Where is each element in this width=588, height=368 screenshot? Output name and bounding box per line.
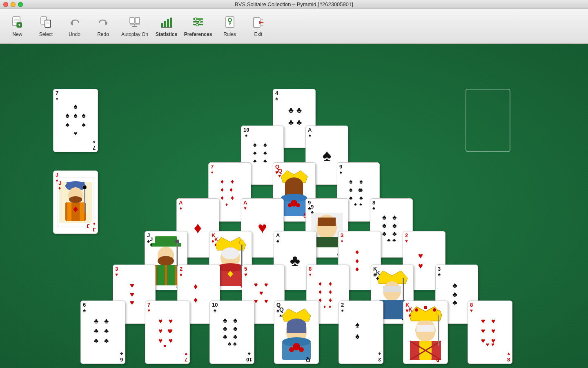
svg-text:♦: ♦ — [323, 304, 326, 308]
svg-text:♣: ♣ — [104, 317, 109, 325]
svg-text:♥: ♥ — [130, 298, 134, 306]
svg-text:♣: ♣ — [296, 105, 302, 114]
pyramid-card-r7-5[interactable]: 2♠ ♠ ♠ 2♠ — [339, 301, 383, 364]
svg-text:♠: ♠ — [263, 149, 267, 156]
svg-text:♥: ♥ — [481, 337, 485, 345]
svg-text:♣: ♣ — [223, 325, 227, 332]
svg-text:♣: ♣ — [94, 337, 98, 345]
svg-text:♦: ♦ — [318, 280, 322, 287]
svg-text:♥: ♥ — [158, 327, 163, 335]
redo-button[interactable]: Redo — [90, 11, 116, 42]
svg-rect-23 — [167, 19, 169, 27]
svg-text:♦: ♦ — [329, 304, 331, 308]
new-button[interactable]: New — [4, 11, 31, 42]
svg-rect-16 — [130, 18, 134, 23]
select-button[interactable]: Select — [33, 11, 59, 42]
svg-point-29 — [194, 18, 197, 20]
exit-icon — [251, 15, 266, 30]
svg-text:♥: ♥ — [130, 281, 134, 289]
svg-rect-22 — [164, 21, 166, 27]
window-controls — [3, 2, 23, 7]
svg-text:♥: ♥ — [254, 281, 258, 288]
autoplay-button[interactable]: Autoplay On — [118, 11, 151, 42]
title-bar: BVS Solitaire Collection – Pyramid [#262… — [0, 0, 588, 9]
svg-text:♦: ♦ — [220, 186, 224, 193]
svg-text:K: K — [435, 358, 439, 362]
svg-point-219 — [424, 306, 427, 309]
svg-text:♠: ♠ — [359, 194, 363, 201]
svg-text:♠: ♠ — [253, 157, 257, 164]
svg-text:♠: ♠ — [349, 178, 353, 185]
svg-point-218 — [415, 308, 418, 312]
pyramid-card-r7-2[interactable]: 7♥ ♥ ♥ ♥ ♥ ♥ ♥ ♥ ♥ 7♥ — [145, 301, 190, 364]
close-button[interactable] — [3, 2, 8, 7]
svg-text:♣: ♣ — [233, 317, 238, 324]
svg-rect-36 — [254, 18, 260, 27]
exit-button[interactable]: Exit — [245, 11, 272, 42]
svg-text:♥: ♥ — [481, 317, 485, 325]
svg-rect-55 — [80, 202, 84, 221]
svg-point-136 — [216, 263, 245, 272]
preferences-label: Preferences — [184, 31, 212, 37]
game-area: 7♠ ♠ ♠ ♠ ♠ ♠ ♠ ♥ 7♠ J♦ — [0, 44, 588, 368]
svg-text:♣: ♣ — [392, 222, 397, 229]
pyramid-card-r7-3[interactable]: 10♣ ♣ ♣ ♣ ♣ ♣ ♣ ♣ ♣ 10♣ — [209, 301, 254, 364]
svg-text:♦: ♦ — [231, 178, 234, 185]
svg-rect-27 — [193, 21, 203, 22]
pyramid-card-r7-7[interactable]: 8♥ ♥ ♥ ♥ ♥ ♥ ♥ ♥ ♥ 8♥ — [468, 301, 512, 364]
svg-rect-169 — [383, 286, 401, 292]
svg-text:♦: ♦ — [225, 202, 228, 206]
svg-text:♣: ♣ — [223, 317, 227, 324]
svg-text:♠: ♠ — [355, 320, 360, 329]
svg-point-88 — [288, 203, 292, 207]
svg-text:♠: ♠ — [359, 201, 362, 206]
svg-text:♣: ♣ — [382, 222, 387, 229]
svg-point-229 — [436, 310, 441, 315]
svg-text:♣: ♣ — [392, 214, 397, 221]
svg-text:♣: ♣ — [382, 230, 387, 237]
discard-slot[interactable] — [466, 89, 510, 152]
pyramid-card-r7-4-queen[interactable]: Q♠ Q — [274, 301, 319, 364]
svg-text:♥: ♥ — [74, 130, 77, 137]
svg-text:♠: ♠ — [263, 141, 267, 148]
svg-text:♦: ♦ — [318, 288, 322, 295]
svg-text:♣: ♣ — [94, 317, 98, 325]
pyramid-card-r7-6-king[interactable]: K♥ — [403, 301, 448, 364]
svg-text:♦: ♦ — [329, 288, 332, 295]
svg-text:♣: ♣ — [223, 333, 227, 340]
maximize-button[interactable] — [18, 2, 23, 7]
svg-rect-124 — [157, 265, 165, 285]
stock-top-card[interactable]: 7♠ ♠ ♠ ♠ ♠ ♠ ♠ ♥ 7♠ — [53, 89, 98, 152]
svg-text:♠: ♠ — [82, 111, 86, 119]
minimize-button[interactable] — [11, 2, 16, 7]
stock-second-card[interactable]: J♦ — [53, 171, 98, 234]
svg-text:♣: ♣ — [452, 298, 457, 306]
autoplay-label: Autoplay On — [121, 31, 148, 37]
svg-text:♠: ♠ — [359, 178, 363, 185]
redo-icon — [96, 15, 111, 30]
svg-text:♦: ♦ — [231, 194, 234, 201]
autoplay-icon — [127, 15, 142, 30]
svg-point-30 — [198, 21, 201, 23]
svg-text:♣: ♣ — [452, 290, 457, 298]
svg-text:♠: ♠ — [82, 121, 86, 129]
undo-button[interactable]: Undo — [61, 11, 88, 42]
statistics-button[interactable]: Statistics — [153, 11, 180, 42]
svg-text:♥: ♥ — [418, 251, 423, 260]
svg-text:♣: ♣ — [392, 230, 397, 237]
svg-text:♥: ♥ — [169, 317, 173, 325]
pyramid-card-r7-1[interactable]: 6♣ ♣ ♣ ♣ ♣ ♣ ♣ 6♣ — [80, 301, 125, 364]
svg-text:♥: ♥ — [481, 327, 485, 335]
svg-text:♠: ♠ — [65, 121, 69, 129]
svg-rect-127 — [175, 240, 179, 243]
rules-button[interactable]: ? Rules — [216, 11, 243, 42]
new-icon — [10, 15, 25, 30]
svg-rect-51 — [67, 182, 85, 188]
new-label: New — [12, 31, 22, 37]
svg-text:♥: ♥ — [491, 317, 495, 325]
svg-text:♥: ♥ — [264, 298, 268, 305]
svg-text:♣: ♣ — [296, 118, 302, 127]
svg-text:♦: ♦ — [355, 257, 359, 265]
svg-text:♥: ♥ — [158, 317, 163, 325]
preferences-button[interactable]: Preferences — [182, 11, 214, 42]
